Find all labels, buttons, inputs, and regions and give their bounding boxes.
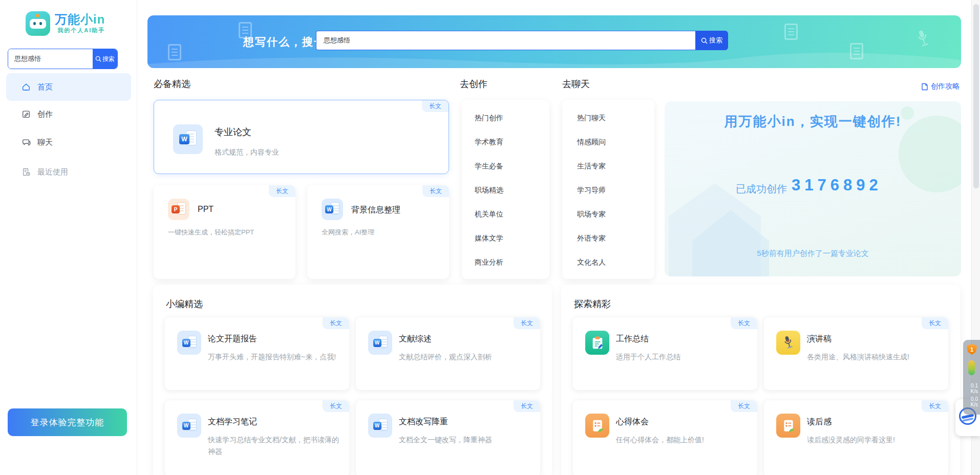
card-desc: 万事开头难，开题报告特别难~来，点我! [208,351,340,363]
card-rewrite-dedupe[interactable]: 长文 W 文档改写降重 文档全文一键改写，降重神器 [356,400,540,475]
chat-panel: 热门聊天 情感顾问 生活专家 学习导师 职场专家 外语专家 文化名人 [562,100,654,279]
microphone-icon [776,331,800,355]
chat-item[interactable]: 文化名人 [562,250,654,274]
scrollbar-thumb[interactable] [973,4,979,188]
banner-search-button-label: 搜索 [709,36,722,45]
upload-speed: 0.1 ↑K/s [963,383,980,394]
recent-doc-clock-icon [22,167,31,177]
search-icon [95,56,101,62]
word-icon: W [177,414,201,438]
sidebar-search: 搜索 [8,49,118,69]
upload-speed-value: 0.1 [971,383,978,388]
card-background-info[interactable]: 长文 W 背景信息整理 全网搜索，AI整理 [307,185,449,279]
app-subtitle: 我的个人AI助手 [55,27,105,34]
create-item[interactable]: 学生必备 [462,154,549,178]
card-reflections[interactable]: 长文 心得体会 任何心得体会，都能上价值! [573,400,757,475]
create-item[interactable]: 学术教育 [462,130,549,154]
card-study-notes[interactable]: 长文 W 文档学习笔记 快速学习总结专业文档/文献，把书读薄的神器 [165,400,349,475]
robot-logo-icon [26,11,50,36]
chat-item[interactable]: 生活专家 [562,154,654,178]
scroll-deco-icon [850,43,863,59]
chat-item[interactable]: 情感顾问 [562,130,654,154]
clipboard-deco-icon [168,44,181,60]
word-icon: W [173,124,203,154]
card-thesis-proposal[interactable]: 长文 W 论文开题报告 万事开头难，开题报告特别难~来，点我! [165,317,349,390]
sidebar-item-label: 最近使用 [37,167,68,177]
featured-card-professional-paper[interactable]: 长文 W 专业论文 格式规范，内容专业 [154,100,449,174]
card-ppt[interactable]: 长文 P PPT 一键快速生成，轻松搞定PPT [154,185,295,279]
chat-icon [22,138,31,147]
card-work-summary[interactable]: 长文 工作总结 适用于个人工作总结 [573,317,757,390]
essentials-title: 必备精选 [154,78,190,90]
long-text-badge: 长文 [922,317,948,329]
sidebar-search-button-label: 搜索 [102,55,115,63]
app-title: 万能小in [55,13,105,26]
card-desc: 适用于个人工作总结 [616,351,748,363]
temperature-gauge-icon[interactable] [968,360,975,375]
search-icon [701,37,708,44]
card-title: 专业论文 [215,126,251,138]
login-button[interactable]: 登录体验完整功能 [8,408,127,436]
search-banner: 想写什么，搜一搜 搜索 [147,15,961,68]
sidebar-item-chat[interactable]: 聊天 [6,128,131,156]
shield-icon[interactable]: 1 [967,344,977,355]
chat-item[interactable]: 热门聊天 [562,106,654,130]
chat-item[interactable]: 外语专家 [562,226,654,250]
ppt-icon: P [168,199,189,220]
card-title: 心得体会 [616,417,649,427]
card-literature-review[interactable]: 长文 W 文献综述 文献总结评价，观点深入剖析 [356,317,540,390]
ppt-deco-icon [784,24,798,40]
long-text-badge: 长文 [731,317,757,329]
create-item[interactable]: 机关单位 [462,202,549,226]
card-title: 读后感 [807,417,832,427]
sidebar-search-button[interactable]: 搜索 [93,49,117,69]
banner-search-button[interactable]: 搜索 [695,31,728,50]
card-desc: 读后感没灵感的同学看这里! [807,434,939,446]
card-speech-draft[interactable]: 长文 演讲稿 各类用途、风格演讲稿快速生成! [764,317,948,390]
create-item[interactable]: 媒体文学 [462,226,549,250]
chat-item[interactable]: 职场专家 [562,202,654,226]
app-logo: 万能小in 我的个人AI助手 [26,11,105,36]
app-root: 万能小in 我的个人AI助手 搜索 首页 创作 聊天 最近使用 登 [0,0,980,475]
card-desc: 格式规范，内容专业 [215,146,279,158]
explore-title: 探索精彩 [574,298,611,310]
promo-stat-label: 已成功创作 [736,182,787,196]
create-item[interactable]: 职场精选 [462,178,549,202]
create-item[interactable]: 热门创作 [462,106,549,130]
home-icon [22,82,31,92]
card-title: PPT [198,205,214,214]
chat-item[interactable]: 学习导师 [562,178,654,202]
card-desc: 各类用途、风格演讲稿快速生成! [807,351,939,363]
sidebar-item-label: 聊天 [37,138,53,147]
floating-security-widget[interactable]: 1 0.1 ↑K/s 0.0 ↓K/s [963,340,980,415]
card-title: 论文开题报告 [208,334,257,344]
long-text-badge: 长文 [422,100,449,112]
strategy-link[interactable]: 创作攻略 [921,82,960,91]
create-icon [22,110,31,119]
create-item[interactable]: 商业分析 [462,250,549,274]
long-text-badge: 长文 [323,400,349,412]
sidebar-search-input[interactable] [8,49,93,69]
word-icon: W [368,331,392,355]
card-title: 文献综述 [399,334,432,344]
promo-title: 用万能小in，实现一键创作! [665,113,961,131]
sidebar-item-label: 创作 [37,110,53,119]
clipboard-icon [585,331,609,355]
long-text-badge: 长文 [514,400,540,412]
create-panel-title: 去创作 [460,78,487,90]
sidebar-item-create[interactable]: 创作 [6,100,131,128]
banner-search: 搜索 [316,31,728,50]
card-title: 演讲稿 [807,334,832,344]
promo-banner[interactable]: 用万能小in，实现一键创作! 已成功创作 3176892 5秒前有用户创作了一篇… [665,101,961,276]
editor-picks-title: 小编精选 [166,298,203,310]
long-text-badge: 长文 [514,317,540,329]
long-text-badge: 长文 [922,400,948,412]
sidebar-item-recent[interactable]: 最近使用 [6,158,131,186]
sidebar-item-home[interactable]: 首页 [6,73,131,101]
promo-ticker-text: 5秒前有用户创作了一篇专业论文 [665,249,961,258]
card-title: 工作总结 [616,334,649,344]
card-book-review[interactable]: 长文 读后感 读后感没灵感的同学看这里! [764,400,948,475]
create-panel: 热门创作 学术教育 学生必备 职场精选 机关单位 媒体文学 商业分析 [462,100,549,279]
download-speed-value: 0.0 [971,396,978,402]
banner-search-input[interactable] [316,31,695,50]
